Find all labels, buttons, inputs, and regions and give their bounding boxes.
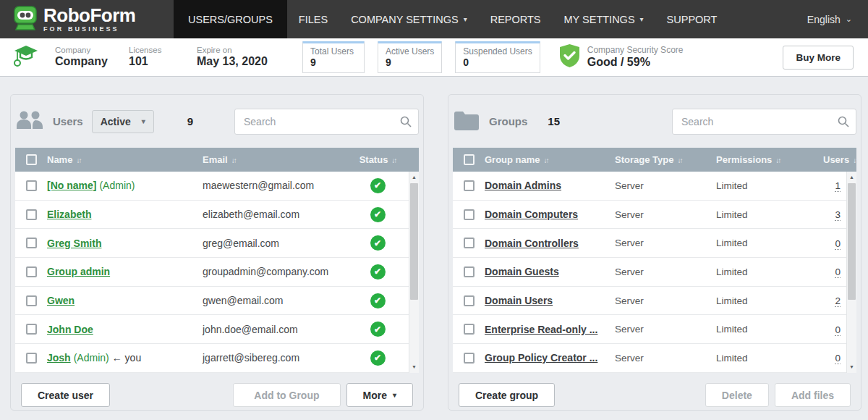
nav-menu: USERS/GROUPS FILES COMPANY SETTINGS▾ REP… <box>174 0 728 38</box>
group-users-count[interactable]: 0 <box>835 266 841 278</box>
roboform-logo[interactable]: RoboForm FOR BUSINESS <box>0 0 174 38</box>
sort-icon: ↓↑ <box>853 156 857 164</box>
col-permissions[interactable]: Permissions↓↑ <box>716 154 823 165</box>
users-table-header: Name↓↑ Email↓↑ Status↓↑ <box>15 148 419 172</box>
buy-more-button[interactable]: Buy More <box>783 46 854 70</box>
user-row: Gwen gwen@email.com ✔ <box>15 287 419 316</box>
group-permissions: Limited <box>716 180 823 191</box>
scroll-down-icon[interactable]: ▼ <box>409 362 419 372</box>
group-storage-type: Server <box>615 266 716 277</box>
group-users-count[interactable]: 3 <box>835 209 841 221</box>
group-name-link[interactable]: Domain Admins <box>485 180 561 191</box>
users-search-input[interactable] <box>234 109 419 135</box>
active-users-box: Active Users 9 <box>378 41 442 73</box>
row-checkbox[interactable] <box>464 209 475 220</box>
group-permissions: Limited <box>716 324 823 335</box>
user-row: [No name](Admin) maewestern@gmail.com ✔ <box>15 172 419 201</box>
group-storage-type: Server <box>615 238 716 248</box>
scroll-up-icon[interactable]: ▲ <box>409 172 419 182</box>
select-all-checkbox[interactable] <box>26 154 37 165</box>
nav-reports[interactable]: REPORTS <box>479 0 553 38</box>
row-checkbox[interactable] <box>26 180 37 191</box>
group-storage-type: Server <box>615 180 716 191</box>
group-name-link[interactable]: Enterprise Read-only ... <box>485 324 597 335</box>
row-checkbox[interactable] <box>26 209 37 220</box>
row-checkbox[interactable] <box>464 295 475 306</box>
caret-down-icon: ▾ <box>464 15 467 23</box>
users-filter-dropdown[interactable]: Active ▾ <box>92 110 154 133</box>
col-group-name[interactable]: Group name↓↑ <box>485 154 615 165</box>
group-name-link[interactable]: Domain Users <box>485 295 553 306</box>
add-files-button[interactable]: Add files <box>775 383 851 407</box>
user-email: elizabeth@email.com <box>203 209 346 220</box>
row-checkbox[interactable] <box>26 353 37 364</box>
group-users-count[interactable]: 1 <box>835 180 841 192</box>
scrollbar-thumb[interactable] <box>410 183 418 300</box>
group-permissions: Limited <box>716 266 823 277</box>
add-to-group-button[interactable]: Add to Group <box>233 383 340 407</box>
select-all-checkbox[interactable] <box>464 154 475 165</box>
nav-users-groups[interactable]: USERS/GROUPS <box>174 0 287 38</box>
user-name-link[interactable]: Group admin <box>47 266 110 277</box>
more-button[interactable]: More ▾ <box>346 383 413 407</box>
row-checkbox[interactable] <box>464 266 475 277</box>
scroll-up-icon[interactable]: ▲ <box>847 172 856 182</box>
groups-search-input[interactable] <box>672 109 856 135</box>
users-scrollbar[interactable]: ▲ ▼ <box>409 172 419 373</box>
security-score: Company Security Score Good / 59% <box>559 43 684 71</box>
row-checkbox[interactable] <box>26 238 37 248</box>
status-active-icon: ✔ <box>370 178 386 193</box>
group-row: Group Policy Creator ... Server Limited … <box>453 344 856 373</box>
user-name-link[interactable]: Gwen <box>47 295 75 306</box>
language-selector[interactable]: English ⌄ <box>807 0 852 38</box>
groups-count: 15 <box>548 115 560 127</box>
nav-files[interactable]: FILES <box>287 0 339 38</box>
nav-company-settings[interactable]: COMPANY SETTINGS▾ <box>339 0 479 38</box>
group-name-link[interactable]: Domain Controllers <box>485 238 579 249</box>
group-row: Domain Guests Server Limited 0 <box>453 258 856 287</box>
nav-my-settings[interactable]: MY SETTINGS▾ <box>553 0 655 38</box>
user-name-link[interactable]: [No name] <box>47 180 96 191</box>
row-checkbox[interactable] <box>26 295 37 306</box>
group-name-link[interactable]: Group Policy Creator ... <box>485 352 597 364</box>
users-panel: Users Active ▾ 9 Name↓↑ Email↓↑ Status↓↑ <box>10 94 424 411</box>
col-status[interactable]: Status↓↑ <box>346 154 409 165</box>
groups-rows: Domain Admins Server Limited 1 Domain Co… <box>453 172 856 373</box>
top-nav: RoboForm FOR BUSINESS USERS/GROUPS FILES… <box>0 0 868 38</box>
row-checkbox[interactable] <box>26 324 37 335</box>
row-checkbox[interactable] <box>26 266 37 277</box>
delete-button[interactable]: Delete <box>705 383 769 407</box>
col-email[interactable]: Email↓↑ <box>203 154 346 165</box>
users-count: 9 <box>187 115 193 127</box>
status-active-icon: ✔ <box>370 350 386 366</box>
row-checkbox[interactable] <box>464 353 475 364</box>
user-name-link[interactable]: John Doe <box>47 324 93 335</box>
scroll-down-icon[interactable]: ▼ <box>847 362 856 372</box>
groups-scrollbar[interactable]: ▲ ▼ <box>846 172 856 373</box>
group-name-link[interactable]: Domain Computers <box>485 209 578 220</box>
nav-support[interactable]: SUPPORT <box>655 0 729 38</box>
user-name-link[interactable]: Elizabeth <box>47 209 91 220</box>
group-users-count[interactable]: 0 <box>835 238 841 250</box>
row-checkbox[interactable] <box>464 324 475 335</box>
shield-check-icon <box>559 43 580 71</box>
user-name-link[interactable]: Greg Smith <box>47 238 101 249</box>
col-users[interactable]: Users↓↑ <box>823 154 857 165</box>
scrollbar-thumb[interactable] <box>848 183 856 300</box>
group-users-count[interactable]: 2 <box>835 295 841 307</box>
user-email: groupadmin@company.com <box>203 266 346 277</box>
user-name-link[interactable]: Josh <box>47 352 71 364</box>
create-user-button[interactable]: Create user <box>21 383 110 407</box>
total-users-box: Total Users 9 <box>302 41 365 73</box>
row-checkbox[interactable] <box>464 180 475 191</box>
group-users-count[interactable]: 0 <box>835 324 841 336</box>
user-email: maewestern@gmail.com <box>203 180 346 191</box>
user-email: greg@email.com <box>203 238 346 249</box>
group-name-link[interactable]: Domain Guests <box>485 266 559 277</box>
group-users-count[interactable]: 0 <box>835 353 841 364</box>
col-storage-type[interactable]: Storage Type↓↑ <box>615 154 716 165</box>
col-name[interactable]: Name↓↑ <box>47 154 203 165</box>
create-group-button[interactable]: Create group <box>459 383 555 407</box>
row-checkbox[interactable] <box>464 238 475 248</box>
group-row: Enterprise Read-only ... Server Limited … <box>453 315 856 344</box>
